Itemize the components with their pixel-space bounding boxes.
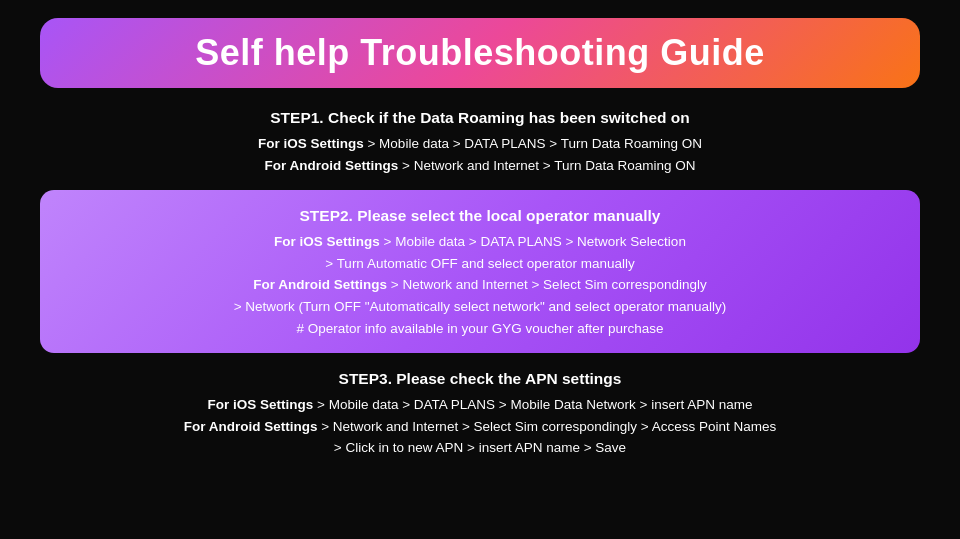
step-2-line-3-bold: For Android Settings — [253, 277, 387, 292]
step-1-line-1-normal: > Mobile data > DATA PLANS > Turn Data R… — [364, 136, 702, 151]
step-1-line-2-bold: For Android Settings — [265, 158, 399, 173]
step-2-line-5-normal: # Operator info available in your GYG vo… — [297, 321, 664, 336]
step-3-line-2: For Android Settings > Network and Inter… — [40, 416, 920, 438]
step-2-line-1: For iOS Settings > Mobile data > DATA PL… — [70, 231, 890, 253]
step-2-line-3-normal: > Network and Internet > Select Sim corr… — [387, 277, 707, 292]
step-1-line-1-bold: For iOS Settings — [258, 136, 364, 151]
step-title-3: STEP3. Please check the APN settings — [40, 367, 920, 391]
step-3-line-3: > Click in to new APN > insert APN name … — [40, 437, 920, 459]
step-1-line-1: For iOS Settings > Mobile data > DATA PL… — [40, 133, 920, 155]
step-3-line-1-normal: > Mobile data > DATA PLANS > Mobile Data… — [313, 397, 752, 412]
step-2-line-4-normal: > Network (Turn OFF "Automatically selec… — [234, 299, 727, 314]
step-3-line-3-normal: > Click in to new APN > insert APN name … — [334, 440, 626, 455]
step-2-line-4: > Network (Turn OFF "Automatically selec… — [70, 296, 890, 318]
step-1-line-2-normal: > Network and Internet > Turn Data Roami… — [398, 158, 695, 173]
step-2-line-2-normal: > Turn Automatic OFF and select operator… — [325, 256, 635, 271]
step-2-line-1-bold: For iOS Settings — [274, 234, 380, 249]
step-title-1: STEP1. Check if the Data Roaming has bee… — [40, 106, 920, 130]
step-title-2: STEP2. Please select the local operator … — [70, 204, 890, 228]
step-2-line-2: > Turn Automatic OFF and select operator… — [70, 253, 890, 275]
step-block-3: STEP3. Please check the APN settingsFor … — [40, 367, 920, 459]
step-3-line-1-bold: For iOS Settings — [208, 397, 314, 412]
step-2-line-5: # Operator info available in your GYG vo… — [70, 318, 890, 340]
step-2-line-1-normal: > Mobile data > DATA PLANS > Network Sel… — [380, 234, 686, 249]
step-1-line-2: For Android Settings > Network and Inter… — [40, 155, 920, 177]
title-banner: Self help Troubleshooting Guide — [40, 18, 920, 88]
step-2-line-3: For Android Settings > Network and Inter… — [70, 274, 890, 296]
step-block-1: STEP1. Check if the Data Roaming has bee… — [40, 106, 920, 176]
step-3-line-1: For iOS Settings > Mobile data > DATA PL… — [40, 394, 920, 416]
page-title: Self help Troubleshooting Guide — [195, 32, 765, 73]
step-3-line-2-bold: For Android Settings — [184, 419, 318, 434]
step-3-line-2-normal: > Network and Internet > Select Sim corr… — [317, 419, 776, 434]
step-block-2: STEP2. Please select the local operator … — [40, 190, 920, 353]
